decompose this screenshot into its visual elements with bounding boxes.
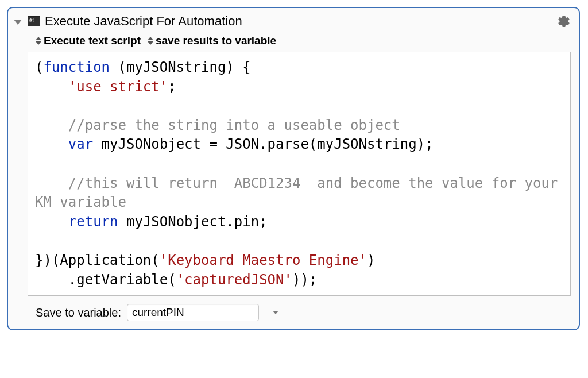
code-token: 'Keyboard Maestro Engine' [160,252,367,268]
save-variable-input[interactable] [127,305,273,320]
script-text-area[interactable]: (function (myJSONstring) { 'use strict';… [28,52,571,296]
code-token [35,175,68,191]
code-token [35,79,68,95]
code-token: .getVariable( [68,272,176,288]
code-token: 'capturedJSON' [176,272,292,288]
code-token: ; [168,79,176,95]
action-editor: #! Execute JavaScript For Automation Exe… [7,7,580,330]
code-token: 'use strict' [68,79,168,95]
code-token: )); [292,272,317,288]
code-token: //parse the string into a useable object [68,117,400,133]
stepper-icon [148,37,153,45]
action-options: Execute text script save results to vari… [8,32,579,52]
script-mode-popup[interactable]: Execute text script [36,34,141,47]
code-token: myJSONobject.pin; [118,214,268,230]
code-token: myJSONobject = JSON.parse(myJSONstring); [93,136,433,152]
code-token: return [68,214,118,230]
output-mode-label: save results to variable [156,34,276,47]
save-variable-label: Save to variable: [36,306,121,319]
stepper-icon [36,37,41,45]
code-token [35,117,68,133]
code-token [35,272,68,288]
code-token: ) [367,252,375,268]
code-token: function [43,59,110,75]
action-header: #! Execute JavaScript For Automation [8,8,579,32]
script-icon: #! [28,16,40,26]
chevron-down-icon[interactable] [273,311,278,314]
disclosure-triangle-icon[interactable] [14,20,22,25]
code-token [35,214,68,230]
code-token [35,136,68,152]
save-variable-combo[interactable] [127,304,259,321]
code-token: ( [35,59,43,75]
code-token: var [68,136,93,152]
gear-icon[interactable] [557,14,571,28]
code-token: (myJSONstring) { [110,59,251,75]
script-mode-label: Execute text script [44,34,141,47]
output-mode-popup[interactable]: save results to variable [148,34,276,47]
code-token: //this will return ABCD1234 and become t… [35,175,566,211]
save-variable-row: Save to variable: [8,302,579,329]
code-token: })(Application( [35,252,160,268]
action-title: Execute JavaScript For Automation [45,14,557,29]
